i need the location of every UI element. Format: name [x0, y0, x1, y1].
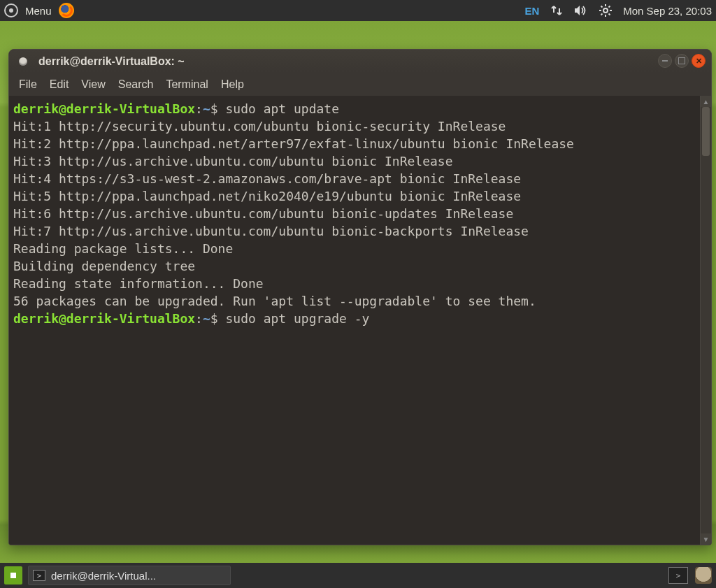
svg-line-5: [601, 6, 603, 8]
ubuntu-logo-icon[interactable]: [4, 3, 18, 17]
output-line: Hit:1 http://security.ubuntu.com/ubuntu …: [13, 119, 506, 134]
scroll-up-icon[interactable]: ▲: [701, 96, 711, 107]
gear-icon[interactable]: [599, 4, 612, 17]
output-line: 56 packages can be upgraded. Run 'apt li…: [13, 294, 536, 308]
menu-search[interactable]: Search: [118, 78, 154, 91]
menu-view[interactable]: View: [81, 78, 105, 91]
top-panel-left: Menu: [4, 3, 74, 18]
top-panel: Menu EN Mon Sep 23, 20:03: [0, 0, 716, 21]
prompt-user: derrik@derrik-VirtualBox: [13, 101, 195, 116]
output-line: Hit:7 http://us.archive.ubuntu.com/ubunt…: [13, 224, 529, 238]
taskbar: derrik@derrik-Virtual...: [0, 563, 716, 588]
network-icon[interactable]: [550, 5, 563, 16]
window-controls: [658, 54, 706, 68]
menu-file[interactable]: File: [19, 78, 37, 91]
terminal-window: derrik@derrik-VirtualBox: ~ File Edit Vi…: [8, 49, 712, 545]
output-line: Hit:2 http://ppa.launchpad.net/arter97/e…: [13, 136, 574, 151]
command-2: sudo apt upgrade -y: [218, 311, 370, 326]
prompt-user: derrik@derrik-VirtualBox: [13, 311, 195, 326]
terminal-scrollbar[interactable]: ▲ ▼: [700, 96, 711, 545]
prompt-path: ~: [203, 311, 210, 326]
menu-help[interactable]: Help: [221, 78, 244, 91]
volume-icon[interactable]: [574, 5, 588, 16]
maximize-button[interactable]: [675, 54, 689, 68]
output-line: Reading state information... Done: [13, 276, 264, 291]
window-title: derrik@derrik-VirtualBox: ~: [38, 55, 185, 68]
tray-terminal-icon[interactable]: [668, 567, 688, 584]
prompt-path: ~: [203, 101, 210, 116]
close-button[interactable]: [692, 54, 706, 68]
menu-edit[interactable]: Edit: [50, 78, 69, 91]
language-indicator[interactable]: EN: [524, 5, 539, 17]
output-line: Hit:6 http://us.archive.ubuntu.com/ubunt…: [13, 206, 513, 221]
desktop: derrik@derrik-VirtualBox: ~ File Edit Vi…: [0, 21, 716, 563]
output-line: Hit:3 http://us.archive.ubuntu.com/ubunt…: [13, 154, 453, 168]
prompt-sep: :: [195, 311, 203, 326]
taskbar-item-terminal[interactable]: derrik@derrik-Virtual...: [28, 566, 231, 585]
svg-point-0: [603, 8, 608, 13]
output-line: Hit:5 http://ppa.launchpad.net/niko2040/…: [13, 189, 521, 203]
scroll-thumb[interactable]: [702, 107, 710, 156]
menu-label[interactable]: Menu: [25, 5, 52, 17]
output-line: Building dependency tree: [13, 259, 195, 273]
terminal-menubar: File Edit View Search Terminal Help: [9, 73, 711, 96]
top-panel-right: EN Mon Sep 23, 20:03: [524, 4, 712, 17]
prompt-dollar: $: [210, 311, 218, 326]
svg-line-8: [601, 14, 603, 15]
terminal-body: derrik@derrik-VirtualBox:~$ sudo apt upd…: [9, 96, 711, 545]
user-face-icon[interactable]: [695, 567, 712, 584]
terminal-icon: [33, 570, 45, 581]
svg-line-6: [609, 14, 610, 15]
prompt-dollar: $: [210, 101, 218, 116]
clock[interactable]: Mon Sep 23, 20:03: [623, 5, 712, 17]
show-desktop-button[interactable]: [4, 566, 22, 585]
window-titlebar[interactable]: derrik@derrik-VirtualBox: ~: [9, 50, 711, 73]
output-line: Hit:4 https://s3-us-west-2.amazonaws.com…: [13, 171, 521, 186]
terminal-output[interactable]: derrik@derrik-VirtualBox:~$ sudo apt upd…: [9, 96, 700, 545]
taskbar-item-label: derrik@derrik-Virtual...: [51, 570, 156, 582]
command-1: sudo apt update: [218, 101, 339, 116]
svg-line-7: [609, 6, 610, 8]
minimize-button[interactable]: [658, 54, 672, 68]
scroll-down-icon[interactable]: ▼: [701, 533, 711, 545]
terminal-icon: [19, 57, 27, 66]
firefox-icon[interactable]: [59, 3, 74, 18]
taskbar-tray: [668, 567, 712, 584]
menu-terminal[interactable]: Terminal: [166, 78, 208, 91]
prompt-sep: :: [195, 101, 203, 116]
output-line: Reading package lists... Done: [13, 241, 233, 256]
